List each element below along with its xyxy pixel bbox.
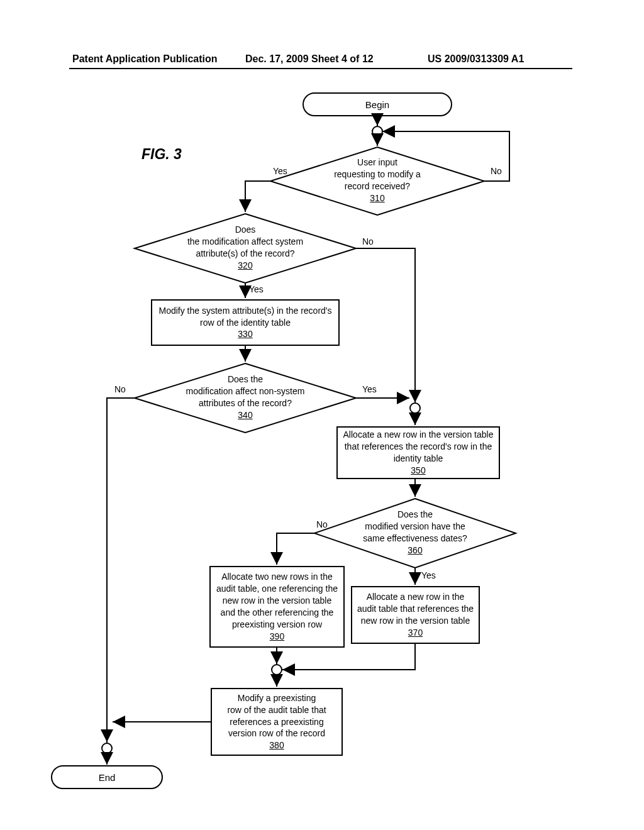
decision-340: Does the modification affect non-system … (182, 374, 308, 421)
terminator-begin: Begin (303, 93, 452, 116)
edge-360-yes: Yes (421, 570, 436, 580)
process-330: Modify the system attribute(s) in the re… (151, 299, 340, 346)
process-390: Allocate two new rows in the audit table… (209, 566, 345, 648)
edge-340-no: No (114, 384, 126, 394)
edge-310-yes: Yes (273, 166, 287, 176)
svg-point-5 (410, 403, 420, 413)
edge-360-no: No (316, 519, 328, 529)
terminator-end: End (52, 766, 162, 788)
edge-310-no: No (491, 166, 502, 176)
decision-320: Does the modification affect system attr… (182, 224, 308, 272)
process-370: Allocate a new row in the audit table th… (351, 586, 480, 644)
decision-310: User input requesting to modify a record… (314, 157, 440, 204)
svg-point-12 (102, 743, 112, 753)
edge-320-no: No (362, 236, 374, 246)
edge-320-yes: Yes (249, 284, 264, 294)
svg-point-10 (272, 665, 282, 675)
svg-point-1 (372, 126, 382, 136)
process-350: Allocate a new row in the version table … (336, 426, 500, 479)
edge-340-yes: Yes (362, 384, 377, 394)
process-380: Modify a preexisting row of the audit ta… (211, 688, 343, 756)
decision-360: Does the modified version have the same … (352, 509, 478, 556)
